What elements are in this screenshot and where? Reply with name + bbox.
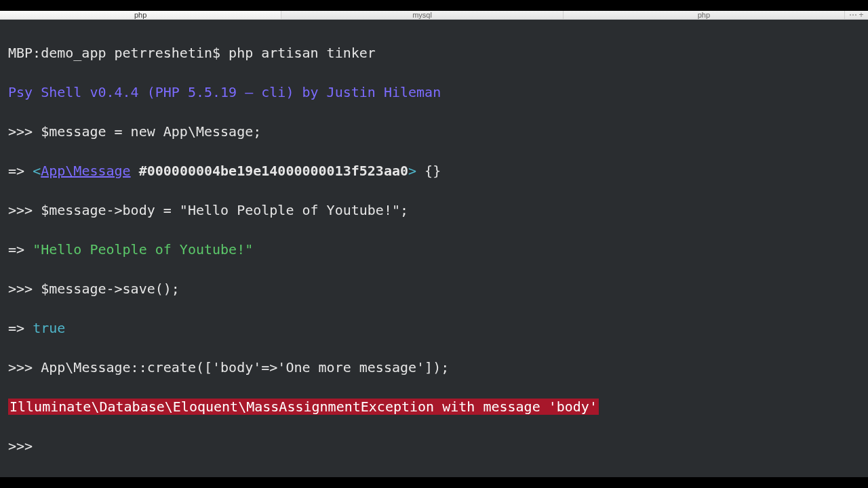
repl-output-1: => <App\Message #000000004be19e140000000… [8, 161, 860, 181]
tab-php-1[interactable]: php [0, 11, 281, 19]
tab-overflow-icon[interactable]: ⋯ [849, 11, 857, 19]
repl-error: Illuminate\Database\Eloquent\MassAssignm… [8, 397, 860, 417]
tab-controls: ⋯ + [845, 11, 868, 19]
letterbox-top [0, 0, 868, 11]
terminal[interactable]: MBP:demo_app petrreshetin$ php artisan t… [0, 20, 868, 477]
tab-label: mysql [412, 11, 432, 19]
letterbox-bottom [0, 477, 868, 488]
tab-php-2[interactable]: php [564, 11, 845, 19]
tab-add-icon[interactable]: + [859, 11, 863, 19]
repl-output-2: => "Hello Peolple of Youtube!" [8, 240, 860, 260]
repl-output-3: => true [8, 319, 860, 338]
repl-input-1: >>> $message = new App\Message; [8, 122, 860, 142]
repl-input-3: >>> $message->save(); [8, 279, 860, 299]
repl-input-4: >>> App\Message::create(['body'=>'One mo… [8, 358, 860, 378]
repl-blank: >>> [8, 436, 860, 456]
repl-input-2: >>> $message->body = "Hello Peolple of Y… [8, 201, 860, 220]
shell-line: MBP:demo_app petrreshetin$ php artisan t… [8, 43, 860, 63]
shell-prompt: MBP:demo_app petrreshetin$ [8, 45, 229, 61]
tab-bar: php mysql php ⋯ + [0, 11, 868, 20]
tab-mysql[interactable]: mysql [281, 11, 563, 19]
tab-label: php [698, 11, 710, 19]
tab-label: php [134, 11, 146, 19]
shell-command: php artisan tinker [229, 45, 376, 61]
psy-banner: Psy Shell v0.4.4 (PHP 5.5.19 — cli) by J… [8, 83, 860, 102]
